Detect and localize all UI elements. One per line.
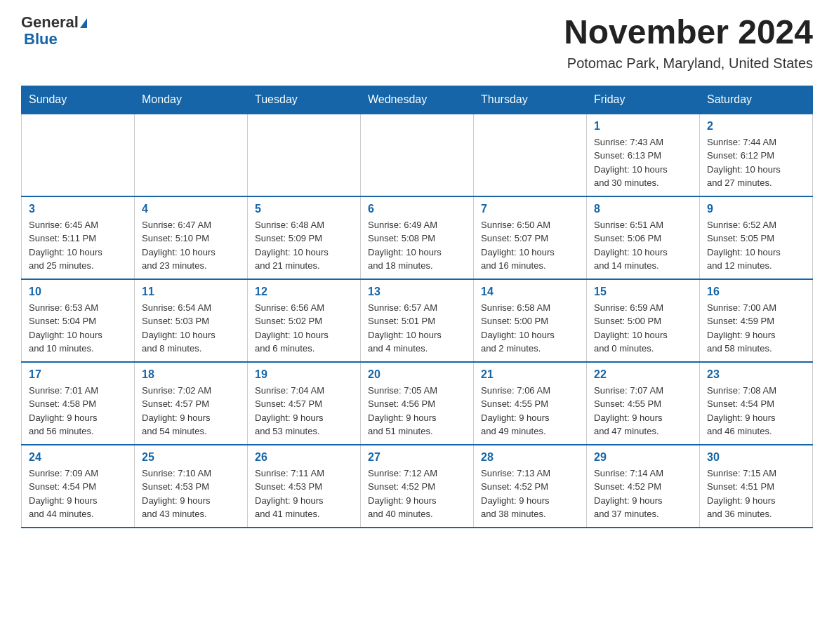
calendar-cell: 19Sunrise: 7:04 AM Sunset: 4:57 PM Dayli… [248, 362, 361, 445]
calendar-cell: 16Sunrise: 7:00 AM Sunset: 4:59 PM Dayli… [700, 279, 813, 362]
day-number: 2 [707, 120, 805, 133]
day-number: 1 [594, 120, 692, 133]
calendar-cell: 26Sunrise: 7:11 AM Sunset: 4:53 PM Dayli… [248, 445, 361, 528]
day-number: 24 [29, 451, 127, 464]
logo-arrow-icon [80, 18, 87, 28]
day-number: 25 [142, 451, 240, 464]
calendar-cell: 14Sunrise: 6:58 AM Sunset: 5:00 PM Dayli… [474, 279, 587, 362]
day-number: 4 [142, 203, 240, 215]
calendar-cell [248, 114, 361, 196]
day-info: Sunrise: 6:58 AM Sunset: 5:00 PM Dayligh… [481, 301, 579, 356]
day-info: Sunrise: 6:47 AM Sunset: 5:10 PM Dayligh… [142, 218, 240, 273]
day-info: Sunrise: 6:59 AM Sunset: 5:00 PM Dayligh… [594, 301, 692, 356]
calendar-cell: 30Sunrise: 7:15 AM Sunset: 4:51 PM Dayli… [700, 445, 813, 528]
day-number: 21 [481, 368, 579, 381]
day-info: Sunrise: 6:54 AM Sunset: 5:03 PM Dayligh… [142, 301, 240, 356]
calendar-week-row: 24Sunrise: 7:09 AM Sunset: 4:54 PM Dayli… [22, 445, 813, 528]
calendar-cell: 25Sunrise: 7:10 AM Sunset: 4:53 PM Dayli… [135, 445, 248, 528]
day-number: 15 [594, 286, 692, 298]
weekday-header-sunday: Sunday [22, 86, 135, 114]
day-info: Sunrise: 6:57 AM Sunset: 5:01 PM Dayligh… [368, 301, 466, 356]
day-number: 26 [255, 451, 353, 464]
day-info: Sunrise: 7:10 AM Sunset: 4:53 PM Dayligh… [142, 467, 240, 521]
logo-general: General [21, 14, 79, 31]
day-number: 12 [255, 286, 353, 298]
calendar-cell: 22Sunrise: 7:07 AM Sunset: 4:55 PM Dayli… [587, 362, 700, 445]
day-info: Sunrise: 6:51 AM Sunset: 5:06 PM Dayligh… [594, 218, 692, 273]
day-number: 29 [594, 451, 692, 464]
calendar-cell: 12Sunrise: 6:56 AM Sunset: 5:02 PM Dayli… [248, 279, 361, 362]
day-number: 28 [481, 451, 579, 464]
calendar-cell [135, 114, 248, 196]
calendar-cell: 1Sunrise: 7:43 AM Sunset: 6:13 PM Daylig… [587, 114, 700, 196]
calendar-cell: 10Sunrise: 6:53 AM Sunset: 5:04 PM Dayli… [22, 279, 135, 362]
calendar-cell: 2Sunrise: 7:44 AM Sunset: 6:12 PM Daylig… [700, 114, 813, 196]
calendar-cell: 15Sunrise: 6:59 AM Sunset: 5:00 PM Dayli… [587, 279, 700, 362]
calendar-cell [361, 114, 474, 196]
calendar-cell: 8Sunrise: 6:51 AM Sunset: 5:06 PM Daylig… [587, 196, 700, 279]
day-number: 18 [142, 368, 240, 381]
day-info: Sunrise: 7:07 AM Sunset: 4:55 PM Dayligh… [594, 384, 692, 438]
day-info: Sunrise: 7:04 AM Sunset: 4:57 PM Dayligh… [255, 384, 353, 438]
day-info: Sunrise: 6:52 AM Sunset: 5:05 PM Dayligh… [707, 218, 805, 273]
calendar-header-row: SundayMondayTuesdayWednesdayThursdayFrid… [22, 86, 813, 114]
day-info: Sunrise: 7:02 AM Sunset: 4:57 PM Dayligh… [142, 384, 240, 438]
day-info: Sunrise: 7:06 AM Sunset: 4:55 PM Dayligh… [481, 384, 579, 438]
calendar-cell: 28Sunrise: 7:13 AM Sunset: 4:52 PM Dayli… [474, 445, 587, 528]
day-info: Sunrise: 7:01 AM Sunset: 4:58 PM Dayligh… [29, 384, 127, 438]
day-number: 19 [255, 368, 353, 381]
month-title: November 2024 [564, 14, 813, 51]
day-info: Sunrise: 7:12 AM Sunset: 4:52 PM Dayligh… [368, 467, 466, 521]
calendar-week-row: 3Sunrise: 6:45 AM Sunset: 5:11 PM Daylig… [22, 196, 813, 279]
calendar-cell: 21Sunrise: 7:06 AM Sunset: 4:55 PM Dayli… [474, 362, 587, 445]
calendar-cell: 13Sunrise: 6:57 AM Sunset: 5:01 PM Dayli… [361, 279, 474, 362]
calendar-cell: 5Sunrise: 6:48 AM Sunset: 5:09 PM Daylig… [248, 196, 361, 279]
day-number: 14 [481, 286, 579, 298]
calendar-cell: 18Sunrise: 7:02 AM Sunset: 4:57 PM Dayli… [135, 362, 248, 445]
calendar-cell: 23Sunrise: 7:08 AM Sunset: 4:54 PM Dayli… [700, 362, 813, 445]
day-number: 10 [29, 286, 127, 298]
day-number: 13 [368, 286, 466, 298]
day-number: 3 [29, 203, 127, 215]
logo-blue: Blue [24, 31, 58, 48]
day-info: Sunrise: 7:09 AM Sunset: 4:54 PM Dayligh… [29, 467, 127, 521]
calendar-cell: 20Sunrise: 7:05 AM Sunset: 4:56 PM Dayli… [361, 362, 474, 445]
weekday-header-monday: Monday [135, 86, 248, 114]
day-info: Sunrise: 7:11 AM Sunset: 4:53 PM Dayligh… [255, 467, 353, 521]
calendar-cell: 4Sunrise: 6:47 AM Sunset: 5:10 PM Daylig… [135, 196, 248, 279]
day-info: Sunrise: 7:14 AM Sunset: 4:52 PM Dayligh… [594, 467, 692, 521]
calendar-cell: 6Sunrise: 6:49 AM Sunset: 5:08 PM Daylig… [361, 196, 474, 279]
day-info: Sunrise: 7:44 AM Sunset: 6:12 PM Dayligh… [707, 135, 805, 190]
day-info: Sunrise: 6:48 AM Sunset: 5:09 PM Dayligh… [255, 218, 353, 273]
day-info: Sunrise: 7:13 AM Sunset: 4:52 PM Dayligh… [481, 467, 579, 521]
day-info: Sunrise: 6:49 AM Sunset: 5:08 PM Dayligh… [368, 218, 466, 273]
title-section: November 2024 Potomac Park, Maryland, Un… [564, 14, 813, 72]
weekday-header-thursday: Thursday [474, 86, 587, 114]
weekday-header-wednesday: Wednesday [361, 86, 474, 114]
calendar-week-row: 1Sunrise: 7:43 AM Sunset: 6:13 PM Daylig… [22, 114, 813, 196]
calendar-cell: 29Sunrise: 7:14 AM Sunset: 4:52 PM Dayli… [587, 445, 700, 528]
day-number: 16 [707, 286, 805, 298]
weekday-header-saturday: Saturday [700, 86, 813, 114]
weekday-header-tuesday: Tuesday [248, 86, 361, 114]
calendar-cell: 9Sunrise: 6:52 AM Sunset: 5:05 PM Daylig… [700, 196, 813, 279]
calendar-cell: 3Sunrise: 6:45 AM Sunset: 5:11 PM Daylig… [22, 196, 135, 279]
page-header: General Blue November 2024 Potomac Park,… [21, 14, 813, 72]
weekday-header-friday: Friday [587, 86, 700, 114]
day-number: 17 [29, 368, 127, 381]
calendar-cell: 24Sunrise: 7:09 AM Sunset: 4:54 PM Dayli… [22, 445, 135, 528]
calendar-week-row: 10Sunrise: 6:53 AM Sunset: 5:04 PM Dayli… [22, 279, 813, 362]
day-info: Sunrise: 7:08 AM Sunset: 4:54 PM Dayligh… [707, 384, 805, 438]
day-number: 22 [594, 368, 692, 381]
location-subtitle: Potomac Park, Maryland, United States [564, 55, 813, 72]
calendar-cell: 7Sunrise: 6:50 AM Sunset: 5:07 PM Daylig… [474, 196, 587, 279]
day-info: Sunrise: 7:05 AM Sunset: 4:56 PM Dayligh… [368, 384, 466, 438]
day-info: Sunrise: 6:53 AM Sunset: 5:04 PM Dayligh… [29, 301, 127, 356]
day-number: 30 [707, 451, 805, 464]
day-info: Sunrise: 6:56 AM Sunset: 5:02 PM Dayligh… [255, 301, 353, 356]
day-info: Sunrise: 7:43 AM Sunset: 6:13 PM Dayligh… [594, 135, 692, 190]
calendar-cell: 17Sunrise: 7:01 AM Sunset: 4:58 PM Dayli… [22, 362, 135, 445]
logo: General Blue [21, 14, 87, 48]
day-number: 9 [707, 203, 805, 215]
calendar-table: SundayMondayTuesdayWednesdayThursdayFrid… [21, 86, 813, 528]
